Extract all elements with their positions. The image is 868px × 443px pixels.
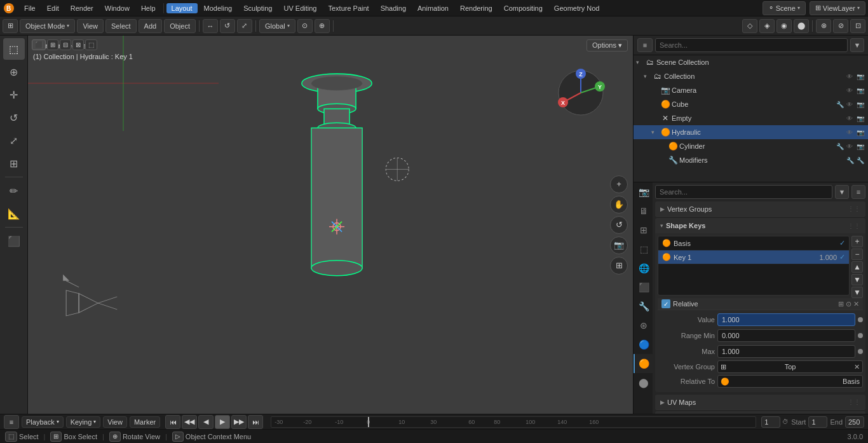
shape-keys-header[interactable]: ▾ Shape Keys ⋮⋮ [655, 218, 865, 233]
axis-gizmo[interactable]: Z Y X [555, 67, 606, 119]
overlay-icon[interactable]: ⊘ [833, 19, 848, 33]
props-tab-view-layer[interactable]: ⊞ [634, 221, 653, 240]
workspace-texture-paint[interactable]: Texture Paint [323, 3, 374, 13]
rel-icon-2[interactable]: ⊙ [846, 300, 851, 308]
playback-btn[interactable]: Playback ▾ [22, 416, 64, 428]
shape-key-down[interactable]: ▼ [851, 274, 863, 285]
transform-tool-btn[interactable]: ⊞ [3, 153, 25, 174]
nav-grid[interactable]: ⊞ [610, 257, 628, 275]
select-tool-btn[interactable]: ⬚ [3, 38, 25, 60]
viewport-icon-4[interactable]: ⊠ [72, 39, 84, 50]
gizmo-icon[interactable]: ⊗ [816, 19, 831, 33]
range-max-dot[interactable] [858, 349, 863, 354]
props-search[interactable] [655, 185, 832, 199]
outliner-hydraulic[interactable]: ▾ 🟠 Hydraulic 👁 📷 [634, 125, 868, 139]
scene-selector[interactable]: ⚬ Scene ▾ [763, 1, 806, 15]
viewport-icon-3[interactable]: ⊟ [60, 39, 71, 50]
empty-visibility[interactable]: 👁 [846, 115, 855, 122]
viewport-icon-5[interactable]: ⬚ [85, 39, 97, 50]
workspace-uv-editing[interactable]: UV Editing [278, 3, 322, 13]
props-tab-modifiers[interactable]: 🔧 [634, 297, 653, 316]
nav-rotate[interactable]: ↺ [610, 216, 628, 234]
collection-render[interactable]: 📷 [857, 73, 865, 80]
xray-icon[interactable]: ⊡ [850, 19, 865, 33]
outliner-filter-btn[interactable]: ▼ [850, 38, 864, 52]
global-transform-btn[interactable]: Global ▾ [259, 19, 295, 33]
scale-tool-icon[interactable]: ⤢ [237, 19, 252, 33]
transport-next-keyframe[interactable]: ▶▶ [231, 415, 247, 429]
shape-key-up[interactable]: ▲ [851, 261, 863, 273]
snap-icon[interactable]: ⊙ [297, 19, 313, 33]
cube-render[interactable]: 📷 [857, 101, 865, 108]
cube-visibility[interactable]: 👁 [846, 101, 855, 108]
props-tab-scene[interactable]: ⬚ [634, 240, 653, 259]
cube-add-btn[interactable]: ⬛ [3, 230, 25, 252]
transport-prev-keyframe[interactable]: ◀ [198, 415, 214, 429]
empty-render[interactable]: 📷 [857, 115, 865, 122]
timeline-view-btn[interactable]: View [103, 416, 127, 428]
hydraulic-visibility[interactable]: 👁 [846, 129, 855, 136]
range-min-field[interactable]: 0.000 [717, 329, 855, 342]
cylinder-visibility[interactable]: 👁 [846, 143, 855, 150]
cursor-tool-btn[interactable]: ⊕ [3, 61, 25, 83]
workspace-compositing[interactable]: Compositing [499, 3, 548, 13]
modifiers-ops-2[interactable]: 🔧 [857, 157, 865, 164]
viewport-icon-1[interactable]: ⬛ [32, 39, 46, 50]
rotate-tool-icon[interactable]: ↺ [220, 19, 235, 33]
outliner-menu-icon[interactable]: ≡ [637, 38, 653, 52]
props-tab-output[interactable]: 🖥 [634, 201, 653, 221]
workspace-modeling[interactable]: Modeling [199, 3, 238, 13]
annotate-tool-btn[interactable]: ✏ [3, 180, 25, 201]
workspace-geometry-nodes[interactable]: Geometry Nod [549, 3, 605, 13]
collection-visibility[interactable]: 👁 [846, 73, 855, 80]
shape-key-basis[interactable]: 🟠 Basis ✓ [658, 236, 849, 250]
uv-maps-section[interactable]: ▶ UV Maps ⋮⋮ [655, 395, 865, 410]
outliner-cylinder[interactable]: 🟠 Cylinder 🔧 👁 📷 [634, 139, 868, 153]
nav-hand[interactable]: ✋ [610, 196, 628, 214]
end-frame-field[interactable]: 250 [845, 416, 864, 428]
cylinder-render[interactable]: 📷 [857, 143, 865, 150]
camera-render[interactable]: 📷 [857, 87, 865, 94]
hydraulic-render[interactable]: 📷 [857, 129, 865, 136]
props-tab-particles[interactable]: ⊛ [634, 316, 653, 335]
add-btn[interactable]: Add [139, 19, 163, 33]
proportional-icon[interactable]: ⊕ [315, 19, 330, 33]
workspace-shading[interactable]: Shading [376, 3, 411, 13]
scale-tool-btn[interactable]: ⤢ [3, 130, 25, 151]
measure-tool-btn[interactable]: 📐 [3, 203, 25, 224]
view-btn[interactable]: View [77, 19, 104, 33]
menu-window[interactable]: Window [100, 3, 135, 13]
outliner-modifiers[interactable]: 🔧 Modifiers 🔧 🔧 [634, 153, 868, 167]
range-max-field[interactable]: 1.000 [717, 345, 855, 358]
viewport-icon-2[interactable]: ⊞ [47, 39, 58, 50]
value-field[interactable]: 1.000 [717, 313, 855, 326]
current-frame-field[interactable]: 1 [761, 416, 780, 428]
workspace-animation[interactable]: Animation [412, 3, 454, 13]
shape-key-more[interactable]: ▼ [851, 287, 863, 298]
outliner-scene-collection[interactable]: ▾ 🗂 Scene Collection [634, 55, 868, 69]
rel-icon-1[interactable]: ⊞ [838, 300, 844, 308]
outliner-empty[interactable]: ✕ Empty 👁 📷 [634, 111, 868, 125]
viewport-shading-2[interactable]: ◈ [759, 19, 775, 33]
transport-jump-end[interactable]: ⏭ [248, 415, 263, 429]
cylinder-ops[interactable]: 🔧 [836, 143, 845, 150]
vertex-group-select[interactable]: ⊞ Top ✕ [717, 360, 863, 373]
relative-checkbox[interactable]: ✓ [661, 299, 670, 308]
move-tool-btn[interactable]: ✛ [3, 84, 25, 106]
outliner-search[interactable] [655, 38, 848, 52]
move-tool-icon[interactable]: ↔ [203, 19, 218, 33]
vg-clear-btn[interactable]: ✕ [854, 363, 860, 371]
menu-edit[interactable]: Edit [42, 3, 64, 13]
keying-btn[interactable]: Keying ▾ [66, 416, 101, 428]
props-tab-render[interactable]: 📷 [634, 182, 653, 201]
outliner-collection[interactable]: ▾ 🗂 Collection 👁 📷 [634, 69, 868, 83]
workspace-layout[interactable]: Layout [166, 3, 198, 13]
blender-logo[interactable]: B [3, 2, 15, 15]
outliner-cube[interactable]: 🟠 Cube 🔧 👁 📷 [634, 97, 868, 111]
marker-btn[interactable]: Marker [130, 416, 160, 428]
props-tab-material[interactable]: ⬤ [634, 373, 653, 392]
start-frame-field[interactable]: 1 [808, 416, 827, 428]
timeline[interactable]: -30 -20 -10 0 10 30 60 80 100 140 160 [271, 416, 756, 428]
viewport-shading-1[interactable]: ◇ [742, 19, 757, 33]
transport-jump-start[interactable]: ⏮ [165, 415, 180, 429]
